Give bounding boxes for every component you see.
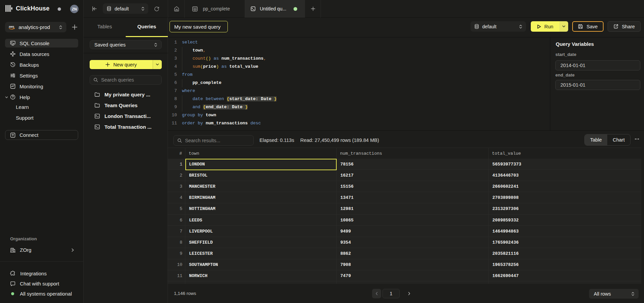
- svg-text:aws: aws: [9, 25, 14, 28]
